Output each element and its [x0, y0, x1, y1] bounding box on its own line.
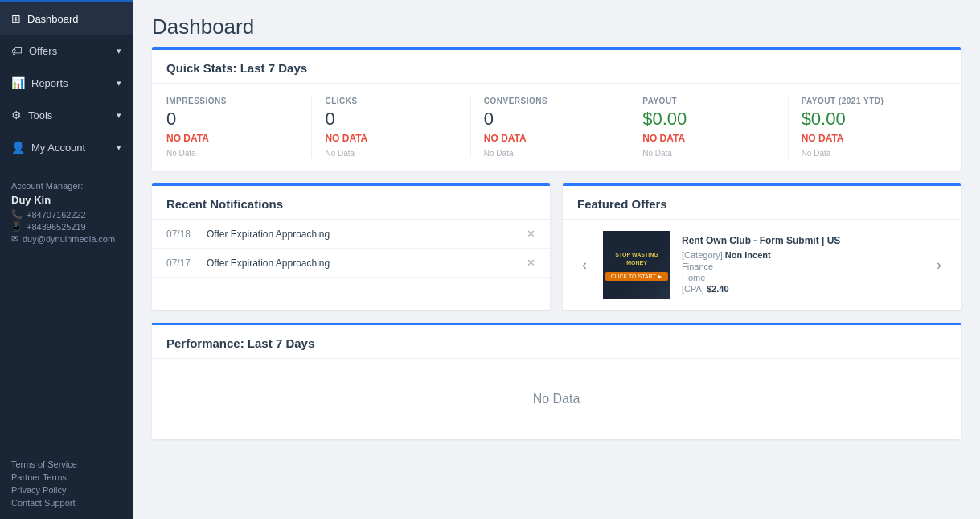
offer-home: Home: [682, 273, 921, 282]
offer-cpa: [CPA] $2.40: [682, 284, 921, 294]
terms-of-service-link[interactable]: Terms of Service: [11, 459, 121, 469]
stat-no-data: NO DATA: [166, 133, 298, 144]
sidebar-item-label: My Account: [31, 142, 85, 154]
account-icon: 👤: [11, 141, 25, 154]
offer-finance: Finance: [682, 262, 921, 271]
stat-no-data: NO DATA: [484, 133, 616, 144]
notifications-card: Recent Notifications 07/18 Offer Expirat…: [152, 183, 550, 310]
performance-card: Performance: Last 7 Days No Data: [152, 323, 961, 439]
notifications-header: Recent Notifications: [152, 186, 550, 220]
stats-grid: IMPRESSIONS 0 NO DATA No Data CLICKS 0 N…: [152, 84, 961, 171]
notification-row-1: 07/17 Offer Expiration Approaching ✕: [152, 249, 550, 278]
stat-value: $0.00: [642, 109, 774, 130]
sidebar-footer: Terms of Service Partner Terms Privacy P…: [0, 451, 133, 519]
account-manager-label: Account Manager:: [11, 181, 121, 191]
account-manager-section: Account Manager: Duy Kin 📞 +84707162222 …: [0, 171, 133, 255]
stat-sub: No Data: [484, 149, 616, 158]
account-manager-phone1: 📞 +84707162222: [11, 209, 121, 220]
page-header: Dashboard: [133, 0, 980, 47]
offer-img-text: STOP WASTING MONEY: [603, 249, 670, 268]
stat-label: CONVERSIONS: [484, 97, 616, 105]
performance-no-data: No Data: [533, 392, 580, 406]
reports-icon: 📊: [11, 76, 25, 89]
privacy-policy-link[interactable]: Privacy Policy: [11, 485, 121, 495]
content-area: Quick Stats: Last 7 Days IMPRESSIONS 0 N…: [133, 47, 980, 459]
stat-clicks: CLICKS 0 NO DATA No Data: [325, 97, 470, 158]
sidebar-item-reports[interactable]: 📊 Reports ▾: [0, 67, 133, 99]
offers-icon: 🏷: [11, 44, 23, 57]
stat-sub: No Data: [166, 149, 298, 158]
stat-value: 0: [166, 109, 298, 130]
quick-stats-card: Quick Stats: Last 7 Days IMPRESSIONS 0 N…: [152, 47, 961, 171]
account-manager-email: ✉ duy@dynuinmedia.com: [11, 233, 121, 244]
offer-title: Rent Own Club - Form Submit | US: [682, 235, 921, 246]
offer-image: STOP WASTING MONEY CLICK TO START ►: [603, 231, 670, 299]
stat-sub: No Data: [642, 149, 774, 158]
notification-date: 07/18: [166, 229, 195, 240]
stat-label: PAYOUT (2021 YTD): [802, 97, 933, 105]
page-title: Dashboard: [152, 14, 961, 39]
stat-value: 0: [325, 109, 457, 130]
notification-text: Offer Expiration Approaching: [207, 257, 519, 269]
dashboard-icon: ⊞: [11, 12, 21, 25]
sidebar-item-tools[interactable]: ⚙ Tools ▾: [0, 99, 133, 131]
notification-row-0: 07/18 Offer Expiration Approaching ✕: [152, 220, 550, 249]
stat-label: CLICKS: [325, 97, 457, 105]
sidebar-item-label: Tools: [28, 109, 52, 122]
stat-label: PAYOUT: [642, 97, 774, 105]
account-manager-phone2: 📱 +84396525219: [11, 221, 121, 232]
offer-next-button[interactable]: ›: [932, 253, 946, 277]
stat-payout: PAYOUT $0.00 NO DATA No Data: [642, 97, 788, 158]
stat-conversions: CONVERSIONS 0 NO DATA No Data: [484, 97, 629, 158]
main-content: Dashboard Quick Stats: Last 7 Days IMPRE…: [133, 0, 980, 519]
notification-close-button[interactable]: ✕: [527, 257, 535, 269]
stat-value: 0: [484, 109, 616, 130]
sidebar-item-label: Reports: [31, 77, 68, 89]
sidebar-item-label: Dashboard: [27, 13, 79, 25]
phone-icon: 📞: [11, 209, 23, 220]
notification-close-button[interactable]: ✕: [527, 228, 535, 240]
sidebar-item-offers[interactable]: 🏷 Offers ▾: [0, 35, 133, 67]
two-col-row: Recent Notifications 07/18 Offer Expirat…: [152, 183, 961, 310]
stat-no-data: NO DATA: [325, 133, 457, 144]
notification-date: 07/17: [166, 257, 195, 269]
offer-img-cta: CLICK TO START ►: [605, 272, 667, 281]
featured-offers-card: Featured Offers ‹ STOP WASTING MONEY CLI…: [563, 183, 961, 310]
stat-value: $0.00: [802, 109, 933, 130]
contact-support-link[interactable]: Contact Support: [11, 498, 121, 508]
featured-offer-item: ‹ STOP WASTING MONEY CLICK TO START ► Re…: [563, 220, 961, 310]
notification-text: Offer Expiration Approaching: [207, 229, 519, 240]
performance-chart: No Data: [152, 359, 961, 439]
chevron-down-icon: ▾: [117, 142, 121, 153]
offer-details: Rent Own Club - Form Submit | US [Catego…: [682, 235, 921, 295]
stat-impressions: IMPRESSIONS 0 NO DATA No Data: [166, 97, 312, 158]
chevron-down-icon: ▾: [117, 78, 121, 89]
chevron-down-icon: ▾: [117, 110, 121, 121]
stat-sub: No Data: [325, 149, 457, 158]
account-manager-name: Duy Kin: [11, 194, 121, 206]
stat-no-data: NO DATA: [642, 133, 774, 144]
chevron-down-icon: ▾: [117, 46, 121, 56]
mobile-icon: 📱: [11, 221, 23, 232]
stat-no-data: NO DATA: [802, 133, 933, 144]
tools-icon: ⚙: [11, 109, 22, 122]
stat-payout-ytd: PAYOUT (2021 YTD) $0.00 NO DATA No Data: [802, 97, 946, 158]
sidebar: ⊞ Dashboard 🏷 Offers ▾ 📊 Reports ▾ ⚙ Too…: [0, 0, 133, 519]
sidebar-item-my-account[interactable]: 👤 My Account ▾: [0, 131, 133, 163]
offer-category: [Category] Non Incent: [682, 250, 921, 260]
stat-label: IMPRESSIONS: [166, 97, 298, 105]
featured-offers-header: Featured Offers: [563, 186, 961, 220]
stat-sub: No Data: [802, 149, 933, 158]
email-icon: ✉: [11, 233, 18, 244]
offer-prev-button[interactable]: ‹: [577, 253, 592, 277]
performance-header: Performance: Last 7 Days: [152, 325, 961, 359]
quick-stats-header: Quick Stats: Last 7 Days: [152, 50, 961, 84]
partner-terms-link[interactable]: Partner Terms: [11, 472, 121, 482]
sidebar-item-label: Offers: [29, 45, 57, 57]
sidebar-item-dashboard[interactable]: ⊞ Dashboard: [0, 2, 133, 35]
